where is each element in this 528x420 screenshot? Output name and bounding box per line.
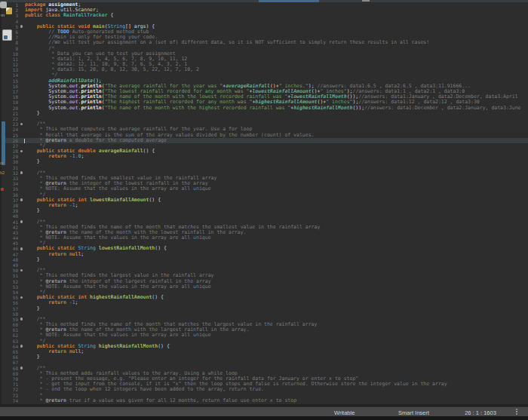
code-line[interactable]: 27 */ <box>0 143 528 149</box>
code-line[interactable]: 14 */ <box>0 72 528 78</box>
fold-marker-icon[interactable] <box>18 198 25 203</box>
line-number[interactable]: 40 <box>8 213 18 219</box>
code-line[interactable]: 74 * @return true if a value was given f… <box>0 398 528 403</box>
line-number[interactable]: 43 <box>8 230 18 235</box>
code-line[interactable]: 67 <box>0 360 528 365</box>
line-number[interactable]: 10 <box>8 51 18 57</box>
line-number[interactable]: 42 <box>8 225 18 230</box>
code-line[interactable]: 17 System.out.println("The lowest rainfa… <box>0 89 528 94</box>
line-number[interactable]: 74 <box>8 398 18 403</box>
code-line[interactable]: 50 /** <box>0 268 528 273</box>
line-number[interactable]: 49 <box>8 262 18 268</box>
code-line[interactable]: 24 * This method computes the average ra… <box>0 127 528 132</box>
code-line[interactable]: 65 return null; <box>0 349 528 354</box>
line-number[interactable]: 54 <box>8 290 18 295</box>
line-number[interactable]: 15 <box>8 78 18 84</box>
line-number[interactable]: 52 <box>8 279 18 284</box>
code-line[interactable]: 23 /** <box>0 121 528 127</box>
line-number[interactable]: 25 <box>8 133 18 138</box>
code-line[interactable]: 21 } <box>0 111 528 116</box>
code-line[interactable]: 64 public static String highestRainfallM… <box>0 344 528 349</box>
line-number[interactable]: 66 <box>8 354 18 360</box>
code-line[interactable]: 60 * This method finds the name of the m… <box>0 322 528 327</box>
line-number[interactable]: 17 <box>8 89 18 94</box>
code-line[interactable]: 72 * - end the loop when 12 integers hav… <box>0 387 528 392</box>
line-number[interactable]: 64 <box>8 344 18 349</box>
insert-mode-status[interactable]: Smart Insert <box>398 409 429 416</box>
code-line[interactable]: 30 } <box>0 159 528 164</box>
fold-marker-icon[interactable] <box>18 170 25 176</box>
code-line[interactable]: 5 public static void main(String[] args)… <box>0 24 528 29</box>
launch-marker-icon[interactable] <box>2 29 12 41</box>
fold-marker-icon[interactable] <box>18 219 25 225</box>
code-line[interactable]: 6 // TODO Auto-generated method stub <box>0 29 528 35</box>
fold-marker-icon[interactable] <box>18 295 25 300</box>
line-number[interactable]: 60 <box>8 322 18 327</box>
line-number[interactable]: 9 <box>8 46 18 51</box>
line-number[interactable]: 23 <box>8 121 18 127</box>
line-number[interactable]: 56 <box>8 300 18 305</box>
code-line[interactable]: 13 * data3: 15, 20, 8, 0, 12, 30, 5, 22,… <box>0 67 528 72</box>
code-line[interactable]: 2import java.util.Scanner; <box>0 8 528 13</box>
line-number[interactable]: 5 <box>8 24 18 29</box>
line-number[interactable]: 16 <box>8 84 18 89</box>
code-line[interactable]: 33 * This method finds the smallest valu… <box>0 176 528 181</box>
line-number[interactable]: 72 <box>8 387 18 392</box>
line-number[interactable]: 39 <box>8 208 18 213</box>
line-number[interactable]: 32 <box>8 170 18 176</box>
line-number[interactable]: 18 <box>8 94 18 100</box>
line-number[interactable]: 19 <box>8 100 18 105</box>
code-line[interactable]: 36 */ <box>0 192 528 198</box>
line-number[interactable]: 48 <box>8 257 18 262</box>
line-number[interactable]: 35 <box>8 186 18 192</box>
code-line[interactable]: 10 * Data you can use to test your assig… <box>0 51 528 57</box>
fold-marker-icon[interactable] <box>18 366 25 371</box>
line-number[interactable]: 65 <box>8 349 18 354</box>
code-line[interactable]: 34 * @return the integer of the lowest r… <box>0 181 528 186</box>
code-line[interactable]: 53 * NOTE: Assume that the values in the… <box>0 284 528 290</box>
fold-marker-icon[interactable] <box>18 344 25 349</box>
code-line[interactable]: 8 //We will test your assignment on a (s… <box>0 40 528 45</box>
code-line[interactable]: 58 <box>0 311 528 317</box>
code-line[interactable]: 61 * @return the name of the month with … <box>0 327 528 333</box>
line-number[interactable]: 57 <box>8 306 18 311</box>
code-line[interactable]: 56 return -1; <box>0 300 528 305</box>
line-number[interactable]: 45 <box>8 241 18 246</box>
fold-marker-icon[interactable] <box>18 317 25 322</box>
line-number[interactable]: 27 <box>8 143 18 149</box>
line-number[interactable]: 50 <box>8 268 18 273</box>
line-number[interactable]: 61 <box>8 327 18 333</box>
code-line[interactable]: 1package assignment; <box>0 2 528 8</box>
line-number[interactable]: 36 <box>8 192 18 198</box>
line-number[interactable]: 69 <box>8 371 18 376</box>
line-number[interactable]: 70 <box>8 376 18 382</box>
line-number[interactable]: 58 <box>8 311 18 317</box>
code-line[interactable]: 15 addRainfallData(); <box>0 78 528 84</box>
line-number[interactable]: 8 <box>8 40 18 45</box>
fold-marker-icon[interactable] <box>18 246 25 251</box>
code-area[interactable]: 1package assignment;2import java.util.Sc… <box>0 2 528 403</box>
code-line[interactable]: 48 } <box>0 257 528 262</box>
code-line[interactable]: 7 //Main is only for testing your code. <box>0 35 528 40</box>
code-line[interactable]: 71 * - get the input from the console, i… <box>0 382 528 387</box>
code-line[interactable]: 43 * @return the name of the month with … <box>0 230 528 235</box>
line-number[interactable]: 11 <box>8 57 18 62</box>
code-line[interactable]: 41 /** <box>0 219 528 225</box>
line-number[interactable]: 20 <box>8 106 18 111</box>
line-number[interactable]: 68 <box>8 366 18 371</box>
code-line[interactable]: 39 } <box>0 208 528 213</box>
code-line[interactable]: 31 <box>0 165 528 170</box>
line-number[interactable]: 38 <box>8 203 18 208</box>
fold-marker-icon[interactable] <box>18 268 25 273</box>
code-line[interactable]: 70 * - present the message, e.g. "Please… <box>0 376 528 382</box>
code-line[interactable]: 20 System.out.println("The name of the m… <box>0 106 528 111</box>
code-line[interactable]: 55 public static int highestRainfallAmou… <box>0 295 528 300</box>
line-number[interactable]: 22 <box>8 116 18 121</box>
line-number[interactable]: 14 <box>8 72 18 78</box>
code-line[interactable]: 69 * This method adds rainfall values to… <box>0 371 528 376</box>
line-number[interactable]: 53 <box>8 284 18 290</box>
line-number[interactable]: 29 <box>8 154 18 159</box>
line-number[interactable]: 37 <box>8 198 18 203</box>
line-number[interactable]: 67 <box>8 360 18 365</box>
code-line[interactable]: 29 return -1.0; <box>0 154 528 159</box>
